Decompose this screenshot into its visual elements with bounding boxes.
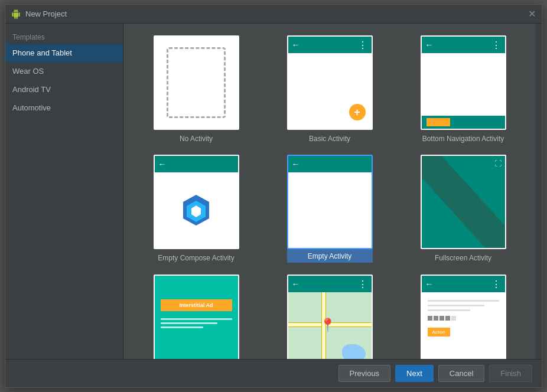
template-google-maps[interactable]: ← ⋮ xyxy=(269,275,390,359)
map-pin: 📍 xyxy=(320,319,336,332)
template-bottom-nav-label: Bottom Navigation Activity xyxy=(422,135,504,143)
basic-toolbar: ← ⋮ xyxy=(288,37,372,53)
settings-action-button: Action xyxy=(428,328,450,337)
sidebar-item-android-tv[interactable]: Android TV xyxy=(5,80,123,99)
template-bottom-nav[interactable]: ← ⋮ Bottom Navigation Activity xyxy=(402,35,524,143)
template-settings[interactable]: ← ⋮ xyxy=(402,275,524,359)
template-google-maps-preview: ← ⋮ xyxy=(287,275,373,359)
sidebar-item-automotive[interactable]: Automotive xyxy=(5,99,123,117)
next-button[interactable]: Next xyxy=(395,365,434,382)
template-empty-activity[interactable]: ← Empty Activity xyxy=(269,155,390,263)
previous-button[interactable]: Previous xyxy=(338,365,391,382)
finish-button[interactable]: Finish xyxy=(489,365,532,382)
basic-activity-phone: ← ⋮ + xyxy=(288,37,372,129)
template-empty-activity-preview: ← xyxy=(287,155,373,249)
template-fullscreen-preview: ← ⛶ xyxy=(421,155,506,249)
bottom-nav-toolbar: ← ⋮ xyxy=(422,37,505,53)
dialog-body: Templates Phone and Tablet Wear OS Andro… xyxy=(5,24,542,359)
template-empty-compose-label: Empty Compose Activity xyxy=(158,254,234,262)
interstitial-lines-container xyxy=(155,316,238,331)
template-fullscreen[interactable]: ← ⛶ Fullscreen Activity xyxy=(402,155,524,263)
sidebar-item-phone-tablet[interactable]: Phone and Tablet xyxy=(5,44,123,62)
svg-line-3 xyxy=(422,156,505,248)
compose-logo xyxy=(155,172,238,248)
cancel-button[interactable]: Cancel xyxy=(438,365,484,382)
template-settings-preview: ← ⋮ xyxy=(421,275,506,359)
interstitial-banner: Interstitial Ad xyxy=(161,299,232,311)
title-bar: New Project ✕ xyxy=(5,5,542,24)
template-bottom-nav-preview: ← ⋮ xyxy=(421,35,506,130)
template-no-activity[interactable]: No Activity xyxy=(135,35,257,143)
sidebar: Templates Phone and Tablet Wear OS Andro… xyxy=(5,24,123,359)
template-interstitial-preview: Interstitial Ad xyxy=(154,275,239,359)
new-project-dialog: New Project ✕ Templates Phone and Tablet… xyxy=(5,4,542,388)
template-basic-activity-preview: ← ⋮ + xyxy=(287,35,373,130)
template-no-activity-label: No Activity xyxy=(180,135,213,143)
close-button[interactable]: ✕ xyxy=(528,8,536,19)
compose-toolbar: ← xyxy=(155,156,238,172)
sidebar-heading: Templates xyxy=(5,28,123,44)
dialog-title: New Project xyxy=(25,9,528,18)
sidebar-item-wear-os[interactable]: Wear OS xyxy=(5,62,123,80)
fullscreen-diagonal xyxy=(422,156,505,248)
main-content: No Activity ← ⋮ + xyxy=(123,24,536,359)
template-basic-activity[interactable]: ← ⋮ + Basic Activity xyxy=(269,35,390,143)
dialog-footer: Previous Next Cancel Finish xyxy=(5,359,542,387)
template-basic-activity-label: Basic Activity xyxy=(309,135,350,143)
basic-fab: + xyxy=(349,104,366,120)
template-empty-activity-label: Empty Activity xyxy=(308,252,352,260)
template-empty-compose-preview: ← xyxy=(154,155,239,249)
android-icon xyxy=(11,9,21,19)
no-activity-dashed-box xyxy=(167,47,226,118)
template-no-activity-preview xyxy=(154,35,239,130)
templates-grid: No Activity ← ⋮ + xyxy=(123,24,536,359)
template-empty-compose[interactable]: ← Empty Compo xyxy=(135,155,257,263)
template-fullscreen-label: Fullscreen Activity xyxy=(435,254,491,262)
template-interstitial-ad[interactable]: Interstitial Ad Interstitial Ad xyxy=(135,275,257,359)
scrollbar[interactable] xyxy=(536,24,542,359)
